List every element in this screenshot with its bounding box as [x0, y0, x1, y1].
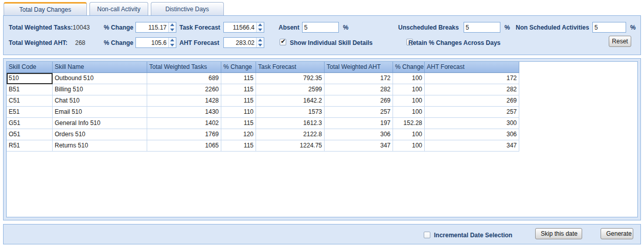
table-cell[interactable]: 1573	[256, 107, 325, 118]
table-cell[interactable]: 1065	[147, 140, 221, 152]
table-cell[interactable]: O51	[7, 129, 53, 140]
table-cell[interactable]: 100	[393, 129, 425, 140]
spin-up-button[interactable]	[257, 22, 264, 28]
table-cell[interactable]: 110	[221, 107, 256, 118]
table-cell[interactable]: Outbound 510	[53, 73, 147, 84]
table-cell[interactable]: 100	[393, 84, 425, 95]
col-header-pct-change-aht[interactable]: % Change	[393, 62, 425, 72]
table-cell[interactable]: Orders 510	[53, 129, 147, 140]
table-cell[interactable]: 1612.3	[256, 118, 325, 129]
table-cell[interactable]: 306	[325, 129, 393, 140]
spin-down-button[interactable]	[257, 28, 264, 33]
total-weighted-tasks-value: 10043	[73, 24, 89, 31]
generate-button[interactable]: Generate	[601, 228, 633, 239]
spin-down-button[interactable]	[257, 43, 264, 48]
skills-table-frame: Skill Code Skill Name Total Weighted Tas…	[3, 58, 641, 220]
table-cell[interactable]: 347	[325, 140, 393, 152]
spin-down-button[interactable]	[169, 28, 176, 33]
table-cell[interactable]: 1224.75	[256, 140, 325, 152]
absent-input[interactable]	[302, 22, 339, 33]
table-cell[interactable]: 282	[425, 84, 519, 95]
table-cell[interactable]: 1430	[147, 107, 221, 118]
table-cell[interactable]: 269	[425, 95, 519, 107]
table-cell[interactable]: 347	[425, 140, 519, 152]
task-forecast-input[interactable]	[224, 22, 256, 32]
spin-up-button[interactable]	[169, 38, 176, 43]
table-cell[interactable]: Chat 510	[53, 95, 147, 107]
tab-non-call-activity[interactable]: Non-call Activity	[89, 2, 148, 15]
col-header-skill-code[interactable]: Skill Code	[7, 62, 53, 72]
skills-table: Skill Code Skill Name Total Weighted Tas…	[6, 61, 638, 217]
table-cell[interactable]: Email 510	[53, 107, 147, 118]
aht-forecast-input[interactable]	[224, 38, 256, 47]
skip-this-date-button[interactable]: Skip this date	[535, 228, 582, 239]
table-cell[interactable]: 115	[221, 118, 256, 129]
table-cell[interactable]: 792.35	[256, 73, 325, 84]
table-cell[interactable]: 300	[425, 118, 519, 129]
table-cell[interactable]: 1402	[147, 118, 221, 129]
table-cell[interactable]: 2260	[147, 84, 221, 95]
table-cell[interactable]: G51	[7, 118, 53, 129]
table-cell[interactable]: C51	[7, 95, 53, 107]
table-cell[interactable]: E51	[7, 107, 53, 118]
table-cell[interactable]: General Info 510	[53, 118, 147, 129]
table-cell[interactable]: 282	[325, 84, 393, 95]
aht-pct-change-input[interactable]	[136, 38, 168, 47]
table-cell[interactable]: 510	[7, 73, 53, 84]
tab-total-day-changes[interactable]: Total Day Changes	[4, 2, 87, 15]
table-cell[interactable]: 115	[221, 73, 256, 84]
incremental-date-checkbox[interactable]	[424, 232, 430, 238]
table-cell[interactable]: 257	[425, 107, 519, 118]
arrow-up-icon	[258, 39, 262, 41]
reset-button[interactable]: Reset	[609, 36, 631, 47]
table-cell[interactable]: 100	[393, 95, 425, 107]
tab-distinctive-days[interactable]: Distinctive Days	[151, 2, 224, 15]
table-cell[interactable]: 100	[393, 107, 425, 118]
table-cell[interactable]: 100	[393, 140, 425, 152]
table-cell[interactable]: 2599	[256, 84, 325, 95]
col-header-aht-forecast[interactable]: AHT Forecast	[425, 62, 519, 72]
col-header-total-weighted-tasks[interactable]: Total Weighted Tasks	[147, 62, 221, 72]
col-header-skill-name[interactable]: Skill Name	[53, 62, 147, 72]
unscheduled-breaks-label: Unscheduled Breaks	[398, 24, 459, 31]
col-header-total-weighted-aht[interactable]: Total Weighted AHT	[325, 62, 393, 72]
spin-up-button[interactable]	[257, 38, 264, 43]
table-cell[interactable]: 306	[425, 129, 519, 140]
table-cell[interactable]: 257	[325, 107, 393, 118]
table-cell[interactable]: B51	[7, 84, 53, 95]
unscheduled-breaks-input[interactable]	[464, 22, 500, 33]
absent-label: Absent	[279, 24, 300, 31]
table-cell[interactable]: 1642.2	[256, 95, 325, 107]
table-cell[interactable]: 197	[325, 118, 393, 129]
col-header-pct-change-tasks[interactable]: % Change	[221, 62, 256, 72]
table-row: R51Returns 51010651151224.75347100347	[7, 140, 519, 152]
total-weighted-aht: Total Weighted AHT: 268	[9, 39, 85, 46]
col-header-task-forecast[interactable]: Task Forecast	[256, 62, 325, 72]
table-cell[interactable]: 115	[221, 95, 256, 107]
show-skill-details-checkbox[interactable]	[280, 39, 286, 45]
table-cell[interactable]: 269	[325, 95, 393, 107]
table-cell[interactable]: 115	[221, 84, 256, 95]
table-cell[interactable]: Billing 510	[53, 84, 147, 95]
table-cell[interactable]: 115	[221, 140, 256, 152]
table-cell[interactable]: 1769	[147, 129, 221, 140]
table-cell[interactable]: R51	[7, 140, 53, 152]
show-skill-details-label: Show Individual Skill Details	[290, 39, 373, 46]
spin-up-button[interactable]	[169, 22, 176, 28]
aht-forecast-spinner	[223, 37, 264, 48]
table-cell[interactable]: 152.28	[393, 118, 425, 129]
table-cell[interactable]: 120	[221, 129, 256, 140]
non-scheduled-activities-input[interactable]	[592, 22, 626, 33]
table-cell[interactable]: Returns 510	[53, 140, 147, 152]
table-cell[interactable]: 100	[393, 73, 425, 84]
table-cell[interactable]: 172	[325, 73, 393, 84]
table-cell[interactable]: 2122.8	[256, 129, 325, 140]
table-row: E51Email 51014301101573257100257	[7, 107, 519, 118]
table-cell[interactable]: 1428	[147, 95, 221, 107]
table-row: G51General Info 51014021151612.3197152.2…	[7, 118, 519, 129]
unscheduled-breaks-percent-sign: %	[504, 24, 510, 31]
spin-down-button[interactable]	[169, 43, 176, 48]
table-cell[interactable]: 689	[147, 73, 221, 84]
table-cell[interactable]: 172	[425, 73, 519, 84]
tasks-pct-change-input[interactable]	[136, 22, 168, 32]
